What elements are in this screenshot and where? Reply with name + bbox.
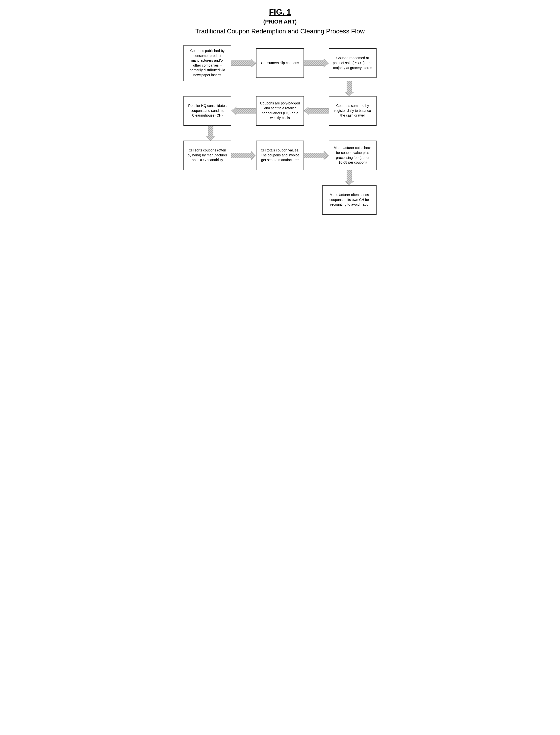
box-6: Coupons summed by register daily to bala… xyxy=(329,96,377,126)
row-2: Retailer HQ consolidates coupons and sen… xyxy=(183,96,377,126)
connector-row-3 xyxy=(183,170,377,185)
arrow-right-icon-2 xyxy=(304,59,329,68)
arrow-right-2 xyxy=(304,59,329,68)
svg-marker-17 xyxy=(206,126,215,141)
box-5: Coupons are poly-bagged and sent to a re… xyxy=(256,96,304,126)
arrow-right-3 xyxy=(231,151,256,160)
box-9: Manufacturer cuts check for coupon value… xyxy=(329,141,377,170)
row-4: Manufacturer often sends coupons to its … xyxy=(183,185,377,215)
prior-art-label: (PRIOR ART) xyxy=(183,19,377,25)
svg-marker-2 xyxy=(231,59,256,68)
svg-marker-5 xyxy=(304,59,329,68)
arrow-right-icon-4 xyxy=(304,151,329,160)
arrow-down-icon-2 xyxy=(206,126,215,141)
arrow-left-1 xyxy=(231,106,256,115)
arrow-left-icon-2 xyxy=(304,106,329,115)
svg-marker-20 xyxy=(231,151,256,160)
box-1: Coupons published by consumer product ma… xyxy=(183,45,231,81)
svg-marker-8 xyxy=(345,81,354,96)
box-3: Coupon redeemed at point of sale (P.O.S.… xyxy=(329,48,377,78)
page-title: FIG. 1 xyxy=(183,7,377,17)
row-3: CH sorts coupons (often by hand) by manu… xyxy=(183,141,377,170)
flow-diagram: Coupons published by consumer product ma… xyxy=(183,45,377,215)
box-7: CH sorts coupons (often by hand) by manu… xyxy=(183,141,231,170)
arrow-right-icon-3 xyxy=(231,151,256,160)
box-2: Consumers clip coupons xyxy=(256,48,304,78)
connector-row-2 xyxy=(183,126,377,141)
box-8: CH totals coupon values. The coupons and… xyxy=(256,141,304,170)
diagram-title: Traditional Coupon Redemption and Cleari… xyxy=(183,27,377,35)
arrow-right-4 xyxy=(304,151,329,160)
arrow-down-icon-1 xyxy=(345,81,354,96)
arrow-left-2 xyxy=(304,106,329,115)
arrow-left-icon-1 xyxy=(231,106,256,115)
svg-marker-26 xyxy=(345,170,354,185)
box-10: Manufacturer often sends coupons to its … xyxy=(322,185,377,215)
svg-marker-14 xyxy=(304,106,329,115)
svg-marker-11 xyxy=(231,106,256,115)
arrow-down-icon-3 xyxy=(345,170,354,185)
row-1: Coupons published by consumer product ma… xyxy=(183,45,377,81)
svg-marker-23 xyxy=(304,151,329,160)
arrow-right-1 xyxy=(231,59,256,68)
arrow-right-icon-1 xyxy=(231,59,256,68)
box-4: Retailer HQ consolidates coupons and sen… xyxy=(183,96,231,126)
connector-row-1 xyxy=(183,81,377,96)
